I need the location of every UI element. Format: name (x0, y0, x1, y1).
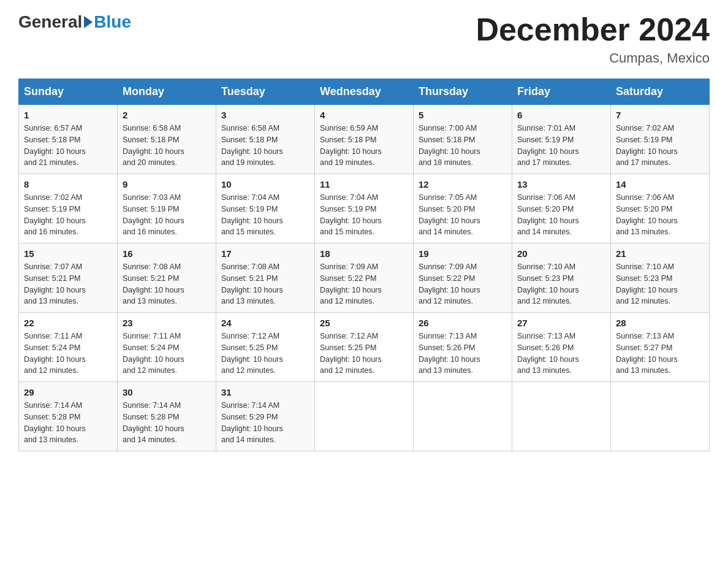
day-number: 30 (123, 387, 211, 397)
day-info: Sunrise: 7:14 AMSunset: 5:28 PMDaylight:… (24, 400, 112, 446)
day-info: Sunrise: 7:08 AMSunset: 5:21 PMDaylight:… (221, 261, 309, 307)
day-number: 24 (221, 318, 309, 328)
day-number: 9 (123, 179, 211, 190)
calendar-cell: 27Sunrise: 7:13 AMSunset: 5:26 PMDayligh… (512, 313, 611, 382)
day-info: Sunrise: 7:12 AMSunset: 5:25 PMDaylight:… (320, 331, 408, 377)
calendar-cell: 14Sunrise: 7:06 AMSunset: 5:20 PMDayligh… (611, 174, 710, 243)
calendar-cell: 4Sunrise: 6:59 AMSunset: 5:18 PMDaylight… (315, 105, 414, 174)
day-info: Sunrise: 7:04 AMSunset: 5:19 PMDaylight:… (320, 192, 408, 238)
header-friday: Friday (512, 79, 611, 105)
calendar-cell: 10Sunrise: 7:04 AMSunset: 5:19 PMDayligh… (216, 174, 315, 243)
calendar-cell: 19Sunrise: 7:09 AMSunset: 5:22 PMDayligh… (414, 243, 512, 313)
calendar-cell: 31Sunrise: 7:14 AMSunset: 5:29 PMDayligh… (216, 382, 315, 451)
day-info: Sunrise: 7:13 AMSunset: 5:27 PMDaylight:… (616, 331, 704, 377)
calendar-table: Sunday Monday Tuesday Wednesday Thursday… (18, 79, 710, 451)
day-number: 13 (517, 179, 605, 190)
calendar-cell: 2Sunrise: 6:58 AMSunset: 5:18 PMDaylight… (118, 105, 216, 174)
header-saturday: Saturday (611, 79, 710, 105)
day-number: 5 (419, 110, 507, 120)
calendar-cell: 12Sunrise: 7:05 AMSunset: 5:20 PMDayligh… (414, 174, 512, 243)
day-info: Sunrise: 6:57 AMSunset: 5:18 PMDaylight:… (24, 123, 112, 169)
day-number: 17 (221, 248, 309, 259)
day-info: Sunrise: 7:03 AMSunset: 5:19 PMDaylight:… (123, 192, 211, 238)
calendar-cell: 22Sunrise: 7:11 AMSunset: 5:24 PMDayligh… (19, 313, 118, 382)
calendar-cell (414, 382, 512, 451)
logo: General Blue (18, 12, 131, 32)
day-info: Sunrise: 7:13 AMSunset: 5:26 PMDaylight:… (419, 331, 507, 377)
calendar-body: 1Sunrise: 6:57 AMSunset: 5:18 PMDaylight… (19, 105, 710, 451)
day-info: Sunrise: 7:01 AMSunset: 5:19 PMDaylight:… (517, 123, 605, 169)
calendar-cell: 13Sunrise: 7:06 AMSunset: 5:20 PMDayligh… (512, 174, 611, 243)
calendar-cell: 21Sunrise: 7:10 AMSunset: 5:23 PMDayligh… (611, 243, 710, 313)
day-number: 23 (123, 318, 211, 328)
calendar-cell: 11Sunrise: 7:04 AMSunset: 5:19 PMDayligh… (315, 174, 414, 243)
day-number: 12 (419, 179, 507, 190)
calendar-cell: 15Sunrise: 7:07 AMSunset: 5:21 PMDayligh… (19, 243, 118, 313)
day-info: Sunrise: 7:12 AMSunset: 5:25 PMDaylight:… (221, 331, 309, 377)
day-info: Sunrise: 6:58 AMSunset: 5:18 PMDaylight:… (123, 123, 211, 169)
calendar-cell: 28Sunrise: 7:13 AMSunset: 5:27 PMDayligh… (611, 313, 710, 382)
day-info: Sunrise: 7:09 AMSunset: 5:22 PMDaylight:… (419, 261, 507, 307)
calendar-cell: 26Sunrise: 7:13 AMSunset: 5:26 PMDayligh… (414, 313, 512, 382)
day-number: 14 (616, 179, 704, 190)
calendar-title: December 2024 (476, 12, 710, 47)
day-number: 6 (517, 110, 605, 120)
header-thursday: Thursday (414, 79, 512, 105)
header-tuesday: Tuesday (216, 79, 315, 105)
page-header: General Blue December 2024 Cumpas, Mexic… (18, 12, 710, 66)
day-headers-row: Sunday Monday Tuesday Wednesday Thursday… (19, 79, 710, 105)
calendar-cell: 23Sunrise: 7:11 AMSunset: 5:24 PMDayligh… (118, 313, 216, 382)
title-section: December 2024 Cumpas, Mexico (476, 12, 710, 66)
calendar-cell: 3Sunrise: 6:58 AMSunset: 5:18 PMDaylight… (216, 105, 315, 174)
day-info: Sunrise: 7:09 AMSunset: 5:22 PMDaylight:… (320, 261, 408, 307)
calendar-week-row: 29Sunrise: 7:14 AMSunset: 5:28 PMDayligh… (19, 382, 710, 451)
header-sunday: Sunday (19, 79, 118, 105)
calendar-cell: 17Sunrise: 7:08 AMSunset: 5:21 PMDayligh… (216, 243, 315, 313)
day-number: 16 (123, 248, 211, 259)
day-number: 28 (616, 318, 704, 328)
calendar-week-row: 22Sunrise: 7:11 AMSunset: 5:24 PMDayligh… (19, 313, 710, 382)
calendar-cell: 18Sunrise: 7:09 AMSunset: 5:22 PMDayligh… (315, 243, 414, 313)
day-info: Sunrise: 7:07 AMSunset: 5:21 PMDaylight:… (24, 261, 112, 307)
day-number: 11 (320, 179, 408, 190)
header-monday: Monday (118, 79, 216, 105)
calendar-cell: 24Sunrise: 7:12 AMSunset: 5:25 PMDayligh… (216, 313, 315, 382)
day-info: Sunrise: 7:10 AMSunset: 5:23 PMDaylight:… (517, 261, 605, 307)
day-number: 21 (616, 248, 704, 259)
calendar-week-row: 15Sunrise: 7:07 AMSunset: 5:21 PMDayligh… (19, 243, 710, 313)
day-number: 7 (616, 110, 704, 120)
day-info: Sunrise: 7:02 AMSunset: 5:19 PMDaylight:… (616, 123, 704, 169)
day-info: Sunrise: 7:11 AMSunset: 5:24 PMDaylight:… (123, 331, 211, 377)
day-info: Sunrise: 7:08 AMSunset: 5:21 PMDaylight:… (123, 261, 211, 307)
day-info: Sunrise: 6:59 AMSunset: 5:18 PMDaylight:… (320, 123, 408, 169)
calendar-cell: 29Sunrise: 7:14 AMSunset: 5:28 PMDayligh… (19, 382, 118, 451)
day-info: Sunrise: 6:58 AMSunset: 5:18 PMDaylight:… (221, 123, 309, 169)
day-number: 22 (24, 318, 112, 328)
day-info: Sunrise: 7:04 AMSunset: 5:19 PMDaylight:… (221, 192, 309, 238)
day-number: 3 (221, 110, 309, 120)
calendar-cell (611, 382, 710, 451)
day-info: Sunrise: 7:05 AMSunset: 5:20 PMDaylight:… (419, 192, 507, 238)
calendar-cell: 5Sunrise: 7:00 AMSunset: 5:18 PMDaylight… (414, 105, 512, 174)
day-number: 10 (221, 179, 309, 190)
calendar-cell: 30Sunrise: 7:14 AMSunset: 5:28 PMDayligh… (118, 382, 216, 451)
day-info: Sunrise: 7:13 AMSunset: 5:26 PMDaylight:… (517, 331, 605, 377)
header-wednesday: Wednesday (315, 79, 414, 105)
logo-text: General Blue (18, 12, 131, 32)
day-number: 15 (24, 248, 112, 259)
calendar-subtitle: Cumpas, Mexico (476, 50, 710, 66)
day-number: 25 (320, 318, 408, 328)
calendar-cell: 7Sunrise: 7:02 AMSunset: 5:19 PMDaylight… (611, 105, 710, 174)
calendar-week-row: 1Sunrise: 6:57 AMSunset: 5:18 PMDaylight… (19, 105, 710, 174)
logo-general: General (18, 12, 82, 32)
day-info: Sunrise: 7:00 AMSunset: 5:18 PMDaylight:… (419, 123, 507, 169)
logo-arrow-icon (84, 16, 93, 28)
day-info: Sunrise: 7:10 AMSunset: 5:23 PMDaylight:… (616, 261, 704, 307)
calendar-cell: 20Sunrise: 7:10 AMSunset: 5:23 PMDayligh… (512, 243, 611, 313)
calendar-header: Sunday Monday Tuesday Wednesday Thursday… (19, 79, 710, 105)
day-info: Sunrise: 7:11 AMSunset: 5:24 PMDaylight:… (24, 331, 112, 377)
day-number: 4 (320, 110, 408, 120)
calendar-cell: 9Sunrise: 7:03 AMSunset: 5:19 PMDaylight… (118, 174, 216, 243)
day-number: 2 (123, 110, 211, 120)
day-number: 1 (24, 110, 112, 120)
